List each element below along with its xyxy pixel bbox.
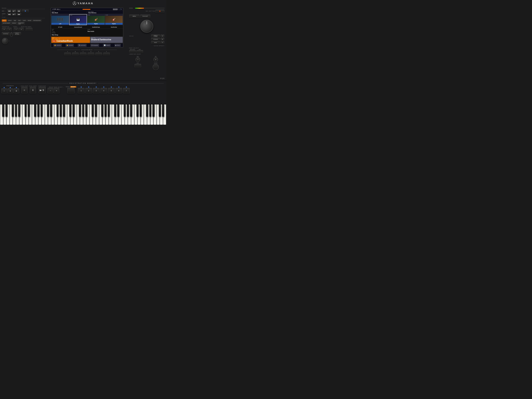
black-key[interactable] bbox=[6, 104, 7, 117]
assignable-btn-e[interactable] bbox=[95, 53, 102, 56]
black-key[interactable] bbox=[108, 104, 110, 117]
black-key[interactable] bbox=[34, 104, 36, 117]
voice-part-right1[interactable]: S.Art 🎹 Right1 bbox=[69, 14, 87, 25]
black-key[interactable] bbox=[25, 104, 27, 117]
black-key[interactable] bbox=[101, 104, 103, 117]
voice-part-right1-btn[interactable]: Right1 bbox=[70, 23, 87, 25]
black-key[interactable] bbox=[92, 104, 94, 117]
black-key[interactable] bbox=[12, 104, 14, 117]
left-btn[interactable] bbox=[136, 50, 143, 53]
regist-bank-plus-btn[interactable]: + bbox=[54, 88, 59, 93]
black-key[interactable] bbox=[117, 104, 119, 117]
black-key[interactable] bbox=[95, 104, 97, 117]
style-cat-expansion[interactable]: EXPANSION/USER bbox=[17, 22, 25, 25]
enter-btn[interactable] bbox=[153, 64, 159, 70]
sync-start-btn[interactable]: ⬇ bbox=[30, 87, 36, 93]
midi-rewind-btn[interactable]: ◀◀ bbox=[7, 10, 11, 13]
black-key[interactable] bbox=[15, 104, 17, 117]
ending-2-btn[interactable]: II bbox=[7, 89, 13, 93]
organ-btn[interactable]: OR bbox=[160, 35, 165, 37]
voice-part-left-btn[interactable]: Left bbox=[51, 23, 69, 25]
dec-btn[interactable]: − bbox=[135, 57, 140, 62]
left-hold-btn[interactable] bbox=[129, 50, 136, 53]
multipad-cell[interactable]: Multi Pad Shaker&Tambourine bbox=[90, 37, 123, 43]
black-key[interactable] bbox=[114, 104, 116, 117]
audio-rewind-btn[interactable]: ◀◀ bbox=[7, 13, 11, 16]
black-key[interactable] bbox=[140, 104, 142, 117]
voice-part-right2[interactable]: S.Art 🎻 Right2 bbox=[87, 14, 105, 25]
reg-num-1-btn[interactable]: 1 bbox=[78, 88, 85, 93]
black-key[interactable] bbox=[149, 104, 151, 117]
regist-bank-minus-btn[interactable]: − bbox=[48, 88, 53, 93]
menu-btn[interactable]: MENU bbox=[129, 14, 139, 18]
voice-part-left[interactable]: Left bbox=[51, 14, 69, 25]
voice-part-right3[interactable]: S.Art 🎸 Right3 bbox=[105, 14, 123, 25]
ending-3-btn[interactable]: III bbox=[13, 89, 19, 93]
exit-btn[interactable] bbox=[134, 64, 141, 68]
style-cat-world[interactable]: WORLD bbox=[11, 22, 17, 25]
style-cell[interactable]: Style 4/4 ♩=138 1/4 Rock CanadianRock bbox=[51, 37, 90, 43]
black-key[interactable] bbox=[159, 104, 161, 117]
style-cat-latin[interactable]: LATIN bbox=[22, 19, 27, 22]
black-key[interactable] bbox=[63, 104, 65, 117]
playlist-btn[interactable]: PLAYLIST bbox=[140, 14, 150, 18]
black-key[interactable] bbox=[130, 104, 132, 117]
black-key[interactable] bbox=[152, 104, 154, 117]
func-btn-livecontrol[interactable]: 🎛 LiveControl bbox=[78, 44, 87, 47]
style-cat-movie[interactable]: MOVIE&SHOW bbox=[32, 19, 42, 22]
tempo-minus-btn[interactable]: − bbox=[14, 28, 19, 31]
reg-num-2-btn[interactable]: 2 bbox=[85, 88, 92, 93]
start-stop-btn[interactable]: ▶/⏸ bbox=[38, 87, 46, 93]
assignable-btn-f[interactable] bbox=[103, 53, 110, 56]
ending-1-btn[interactable]: I bbox=[1, 89, 7, 93]
reg-num-6-btn[interactable]: 6 bbox=[115, 88, 122, 93]
sync-stop-btn[interactable]: ≡ bbox=[21, 87, 27, 93]
style-cat-rnb[interactable]: R&B bbox=[13, 19, 17, 22]
black-key[interactable] bbox=[69, 104, 71, 117]
piano-epiano-btn[interactable]: PIANO &E.PIANO bbox=[151, 35, 160, 37]
mixer-eq-btn[interactable]: MIXER/EQ bbox=[2, 32, 10, 35]
small-knob-left[interactable] bbox=[10, 32, 13, 37]
reg-num-3-btn[interactable]: 3 bbox=[93, 88, 100, 93]
audio-play-btn[interactable]: ▶/II bbox=[12, 13, 16, 16]
midi-extra-btn[interactable] bbox=[22, 10, 29, 13]
func-btn-assignable[interactable]: ⚙ Assignable bbox=[90, 44, 99, 47]
black-key[interactable] bbox=[38, 104, 39, 117]
black-key[interactable] bbox=[124, 104, 126, 117]
style-cat-jazz[interactable]: JAZZ bbox=[17, 19, 22, 22]
black-key[interactable] bbox=[2, 104, 4, 117]
black-key[interactable] bbox=[50, 104, 52, 117]
black-key[interactable] bbox=[137, 104, 139, 117]
black-key[interactable] bbox=[105, 104, 107, 117]
reg-num-5-btn[interactable]: 5 bbox=[108, 88, 115, 93]
black-key[interactable] bbox=[41, 104, 43, 117]
bass-btn[interactable]: BASS bbox=[151, 41, 160, 44]
black-key[interactable] bbox=[79, 104, 81, 117]
func-btn-voiceedit[interactable]: 🖐 VoiceEdit bbox=[66, 44, 74, 47]
assignable-btn-c[interactable] bbox=[80, 53, 87, 56]
black-key[interactable] bbox=[82, 104, 84, 117]
style-cat-room[interactable]: ROOM bbox=[27, 19, 32, 22]
black-key[interactable] bbox=[127, 104, 129, 117]
voice-part-right2-btn[interactable]: Right2 bbox=[87, 23, 105, 25]
tempo-plus-btn[interactable]: + bbox=[19, 28, 24, 31]
black-key[interactable] bbox=[73, 104, 75, 117]
strings-btn[interactable]: STRINGS bbox=[151, 38, 160, 41]
reg-num-7-btn[interactable]: 7 bbox=[123, 88, 130, 93]
transpose-minus-btn[interactable]: + bbox=[2, 28, 6, 31]
black-key[interactable] bbox=[60, 104, 62, 117]
style-cat-entertainer[interactable]: ENTERTAINER bbox=[2, 22, 11, 25]
direct-access-btn[interactable]: DIRECT ACCESS bbox=[13, 32, 21, 35]
func-btn-voicepart[interactable]: 🖐 VoicePart bbox=[53, 44, 62, 47]
func-btn-demo[interactable]: ▶ Demo bbox=[114, 44, 120, 47]
black-key[interactable] bbox=[57, 104, 59, 117]
volume-knob[interactable] bbox=[2, 38, 8, 44]
inc-btn[interactable]: + bbox=[153, 57, 158, 62]
audio-ffwd-btn[interactable]: ▶▶ bbox=[17, 13, 21, 16]
reset-tap-btn[interactable] bbox=[26, 28, 32, 31]
assignable-btn-d[interactable] bbox=[88, 53, 94, 56]
black-key[interactable] bbox=[146, 104, 148, 117]
brass-btn[interactable]: BR bbox=[160, 38, 165, 41]
transpose-plus-btn[interactable]: − bbox=[7, 28, 12, 31]
synth-btn[interactable]: SY bbox=[160, 41, 165, 44]
